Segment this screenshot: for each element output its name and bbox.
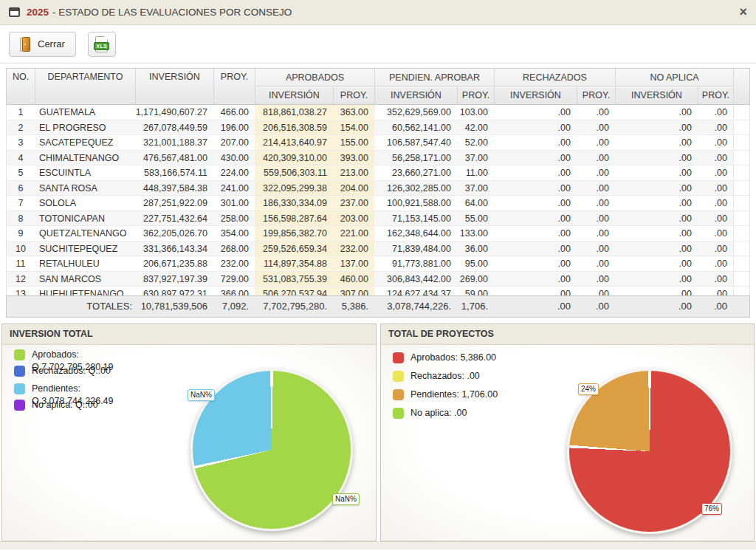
cell-rechazados-inversion: .00 bbox=[494, 211, 577, 226]
total-proyectos-title: TOTAL DE PROYECTOS bbox=[381, 324, 754, 345]
cell-departamento: SAN MARCOS bbox=[35, 272, 135, 287]
cell-rechazados-proy: .00 bbox=[577, 135, 615, 150]
totals-aprobados-proy: 5,386. bbox=[333, 296, 374, 317]
legend-swatch-rechazados bbox=[14, 366, 25, 377]
cell-proy: 466.00 bbox=[213, 105, 255, 120]
export-xls-button[interactable]: XLS bbox=[88, 32, 116, 57]
cell-aprobados-inversion: 206,516,308.59 bbox=[255, 120, 333, 135]
column-header-inversion[interactable]: INVERSIÓN bbox=[135, 69, 213, 104]
totals-rechazados-proy: .00 bbox=[577, 296, 615, 317]
table-row[interactable]: 11 RETALHULEU 206,671,235.88 232.00 114,… bbox=[7, 256, 749, 272]
column-header-proy[interactable]: PROY. bbox=[213, 69, 255, 104]
cerrar-button-label: Cerrar bbox=[38, 38, 65, 49]
cell-aprobados-proy: 204.00 bbox=[333, 181, 374, 196]
cell-rechazados-inversion: .00 bbox=[494, 120, 577, 135]
table-row[interactable]: 10 SUCHITEPEQUEZ 331,366,143.34 268.00 2… bbox=[7, 242, 749, 257]
cell-pendien-inversion: 23,660,271.00 bbox=[374, 165, 457, 180]
cell-no: 7 bbox=[7, 196, 35, 211]
subheader-pendien-proy[interactable]: PROY. bbox=[457, 86, 494, 104]
cell-rechazados-inversion: .00 bbox=[494, 105, 577, 120]
subheader-aprobados-proy[interactable]: PROY. bbox=[333, 86, 374, 104]
table-row[interactable]: 3 SACATEPEQUEZ 321,001,188.37 207.00 214… bbox=[7, 135, 749, 151]
table-row[interactable]: 5 ESCUINTLA 583,166,574.11 224.00 559,50… bbox=[7, 165, 749, 181]
table-row[interactable]: 8 TOTONICAPAN 227,751,432.64 258.00 156,… bbox=[7, 211, 749, 227]
table-row[interactable]: 12 SAN MARCOS 837,927,197.39 729.00 531,… bbox=[7, 272, 749, 287]
subheader-rechazados-proy[interactable]: PROY. bbox=[577, 86, 615, 104]
table-row[interactable]: 7 SOLOLA 287,251,922.09 301.00 186,330,3… bbox=[7, 196, 749, 211]
cell-aprobados-inversion: 506,270,537.94 bbox=[255, 287, 333, 295]
cell-no-aplica-proy: .00 bbox=[698, 135, 733, 150]
cell-aprobados-inversion: 186,330,334.09 bbox=[255, 196, 333, 211]
cell-aprobados-inversion: 322,095,299.38 bbox=[255, 181, 333, 196]
cell-pendien-proy: 59.00 bbox=[457, 287, 494, 295]
cell-proy: 258.00 bbox=[213, 211, 255, 226]
totals-spacer-end bbox=[733, 296, 751, 317]
title-year: 2025 bbox=[27, 7, 49, 18]
cell-departamento: RETALHULEU bbox=[35, 256, 135, 271]
legend-swatch-aprobados bbox=[14, 349, 25, 360]
cell-no-aplica-inversion: .00 bbox=[615, 165, 698, 180]
column-header-departamento[interactable]: DEPARTAMENTO bbox=[35, 69, 135, 104]
charts-section: INVERSION TOTAL Aprobados:Q.7,702,795,28… bbox=[0, 324, 756, 541]
subheader-rechazados-inversion[interactable]: INVERSIÓN bbox=[494, 86, 577, 104]
cell-no-aplica-inversion: .00 bbox=[615, 120, 698, 135]
legend-swatch-no-aplica bbox=[393, 408, 404, 419]
cell-no-aplica-inversion: .00 bbox=[615, 196, 698, 211]
cell-pendien-inversion: 124,627,434.37 bbox=[374, 287, 457, 295]
cell-no: 11 bbox=[7, 256, 35, 271]
table-row[interactable]: 9 QUETZALTENANGO 362,205,026.70 354.00 1… bbox=[7, 226, 749, 242]
cell-proy: 430.00 bbox=[213, 151, 255, 165]
legend-item-aprobados: Aprobados: 5,386.00 bbox=[393, 352, 496, 364]
door-icon bbox=[20, 37, 32, 52]
cell-pendien-inversion: 71,153,145.00 bbox=[374, 211, 457, 226]
cell-aprobados-proy: 363.00 bbox=[333, 105, 374, 120]
cell-no-aplica-proy: .00 bbox=[698, 105, 733, 120]
cell-inversion: 630,897,972.31 bbox=[135, 287, 213, 295]
cell-aprobados-proy: 203.00 bbox=[333, 211, 374, 226]
pie-label-pendientes: 24% bbox=[578, 383, 599, 395]
cell-departamento: SACATEPEQUEZ bbox=[35, 135, 135, 150]
cell-inversion: 206,671,235.88 bbox=[135, 256, 213, 271]
inversion-total-pie-chart bbox=[190, 369, 353, 531]
legend-label: Aprobados: bbox=[32, 349, 114, 361]
pie-label-pendientes: NaN% bbox=[188, 389, 215, 401]
cell-pendien-proy: 37.00 bbox=[457, 181, 494, 196]
cell-pendien-proy: 36.00 bbox=[457, 242, 494, 256]
cell-proy: 268.00 bbox=[213, 242, 255, 256]
cell-no-aplica-inversion: .00 bbox=[615, 287, 698, 295]
cell-rechazados-proy: .00 bbox=[577, 196, 615, 211]
table-row[interactable]: 6 SANTA ROSA 448,397,584.38 241.00 322,0… bbox=[7, 181, 749, 196]
cell-rechazados-proy: .00 bbox=[577, 211, 615, 226]
pie-label-aprobados: 76% bbox=[701, 503, 722, 515]
subheader-aprobados-inversion[interactable]: INVERSIÓN bbox=[255, 86, 333, 104]
cerrar-button[interactable]: Cerrar bbox=[9, 32, 76, 57]
header-spacer bbox=[733, 69, 751, 104]
cell-no: 9 bbox=[7, 226, 35, 241]
subheader-no-aplica-proy[interactable]: PROY. bbox=[698, 86, 733, 104]
cell-inversion: 476,567,481.00 bbox=[135, 151, 213, 165]
cell-departamento: QUETZALTENANGO bbox=[35, 226, 135, 241]
cell-no-aplica-proy: .00 bbox=[698, 256, 733, 271]
legend-item-no-aplica: No aplica: Q..00 bbox=[14, 399, 98, 411]
table-row[interactable]: 4 CHIMALTENANGO 476,567,481.00 430.00 42… bbox=[7, 151, 749, 166]
bottom-edge bbox=[0, 541, 756, 550]
table-row[interactable]: 1 GUATEMALA 1,171,490,607.27 466.00 818,… bbox=[7, 105, 749, 120]
subheader-no-aplica-inversion[interactable]: INVERSIÓN bbox=[615, 86, 698, 104]
cell-pendien-proy: 133.00 bbox=[457, 226, 494, 241]
cell-aprobados-proy: 237.00 bbox=[333, 196, 374, 211]
close-icon[interactable]: × bbox=[739, 4, 747, 19]
cell-no: 4 bbox=[7, 151, 35, 165]
cell-no-aplica-inversion: .00 bbox=[615, 272, 698, 287]
cell-departamento: GUATEMALA bbox=[35, 105, 135, 120]
group-header-no-aplica: NO APLICA bbox=[615, 69, 733, 86]
cell-aprobados-proy: 155.00 bbox=[333, 135, 374, 150]
cell-spacer bbox=[733, 256, 750, 271]
table-row[interactable]: 2 EL PROGRESO 267,078,449.59 196.00 206,… bbox=[7, 120, 749, 136]
cell-departamento: SANTA ROSA bbox=[35, 181, 135, 196]
subheader-pendien-inversion[interactable]: INVERSIÓN bbox=[374, 86, 457, 104]
cell-no-aplica-proy: .00 bbox=[698, 151, 733, 165]
table-row[interactable]: 13 HUEHUETENANGO 630,897,972.31 366.00 5… bbox=[7, 287, 749, 295]
cell-pendien-inversion: 60,562,141.00 bbox=[374, 120, 457, 135]
cell-pendien-proy: 269.00 bbox=[457, 272, 494, 287]
column-header-no[interactable]: NO. bbox=[7, 69, 35, 104]
